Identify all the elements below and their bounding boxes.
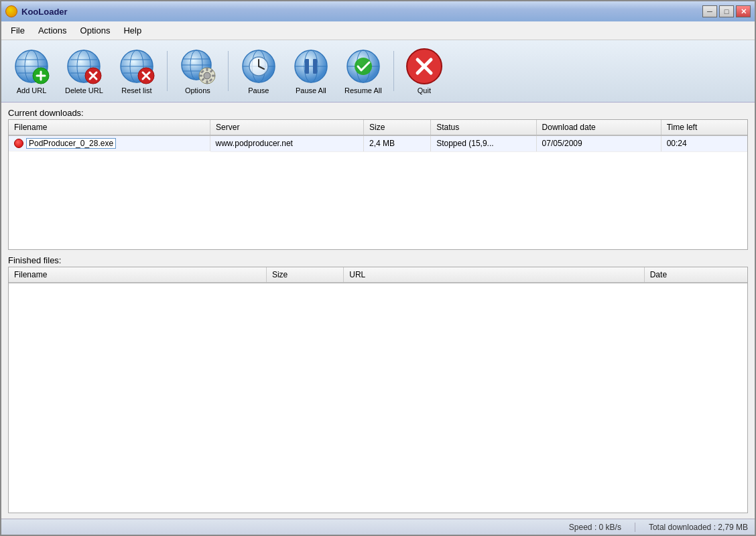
delete-url-label: Delete URL: [65, 86, 103, 94]
menu-file[interactable]: File: [4, 23, 32, 38]
current-downloads-section: Current downloads: Filename Server Size …: [8, 108, 748, 250]
menu-options[interactable]: Options: [74, 23, 117, 38]
options-label: Options: [185, 86, 210, 94]
col-filename: Filename: [9, 120, 210, 135]
resume-all-label: Resume All: [344, 86, 382, 94]
resume-all-button[interactable]: Resume All: [338, 44, 388, 98]
menu-bar: File Actions Options Help: [1, 21, 755, 40]
content-area: Current downloads: Filename Server Size …: [1, 103, 755, 519]
toolbar-sep-3: [393, 51, 394, 91]
finished-files-table: Filename Size URL Date: [9, 267, 747, 283]
svg-rect-34: [212, 75, 215, 77]
svg-rect-49: [313, 59, 317, 74]
reset-list-icon: [118, 48, 155, 85]
quit-label: Quit: [418, 86, 431, 94]
pause-label: Pause: [248, 86, 269, 94]
cell-size: 2,4 MB: [364, 135, 431, 151]
svg-rect-32: [206, 80, 208, 84]
pause-icon: [240, 48, 277, 85]
options-icon: [179, 48, 216, 85]
pause-all-icon: [292, 48, 330, 85]
menu-help[interactable]: Help: [117, 23, 148, 38]
cell-status: Stopped (15,9...: [431, 135, 536, 151]
reset-list-button[interactable]: Reset list: [112, 44, 162, 98]
app-icon: [5, 5, 17, 17]
pause-all-label: Pause All: [296, 86, 326, 94]
cell-download-date: 07/05/2009: [536, 135, 661, 151]
status-stopped-icon: [14, 139, 23, 148]
finished-files-header-row: Filename Size URL Date: [9, 267, 747, 283]
finished-files-section: Finished files: Filename Size URL Date: [8, 255, 748, 513]
col-ff-date: Date: [644, 267, 747, 283]
menu-actions[interactable]: Actions: [32, 23, 74, 38]
resume-all-icon: [344, 48, 382, 85]
svg-rect-48: [305, 59, 309, 74]
filename-text: PodProducer_0_28.exe: [26, 138, 116, 149]
quit-icon: [405, 48, 443, 85]
main-window: KooLoader ─ □ ✕ File Actions Options Hel…: [0, 0, 756, 536]
status-bar: Speed : 0 kB/s Total downloaded : 2,79 M…: [1, 519, 755, 535]
col-ff-size: Size: [266, 267, 343, 283]
svg-rect-33: [199, 75, 202, 77]
title-bar-controls: ─ □ ✕: [702, 5, 751, 17]
speed-status: Speed : 0 kB/s: [569, 523, 621, 532]
pause-all-button[interactable]: Pause All: [286, 44, 336, 98]
toolbar-sep-1: [167, 51, 168, 91]
table-row[interactable]: PodProducer_0_28.exe www.podproducer.net…: [9, 135, 747, 151]
title-bar: KooLoader ─ □ ✕: [1, 1, 755, 21]
col-ff-filename: Filename: [9, 267, 266, 283]
delete-url-icon: [65, 48, 103, 85]
delete-url-button[interactable]: Delete URL: [59, 44, 109, 98]
maximize-button[interactable]: □: [719, 5, 734, 17]
add-url-button[interactable]: Add URL: [7, 44, 56, 98]
col-status: Status: [431, 120, 536, 135]
finished-files-table-container[interactable]: Filename Size URL Date: [8, 267, 748, 513]
toolbar: Add URL Delete UR: [1, 40, 755, 103]
add-url-label: Add URL: [17, 86, 47, 94]
title-bar-left: KooLoader: [5, 5, 68, 17]
cell-server: www.podproducer.net: [210, 135, 364, 151]
col-ff-url: URL: [344, 267, 644, 283]
cell-time-left: 00:24: [661, 135, 747, 151]
col-time-left: Time left: [661, 120, 747, 135]
status-divider: [635, 523, 635, 532]
window-title: KooLoader: [21, 7, 68, 17]
svg-rect-31: [206, 68, 208, 71]
col-size: Size: [364, 120, 431, 135]
pause-button[interactable]: Pause: [234, 44, 284, 98]
current-downloads-label: Current downloads:: [8, 108, 748, 118]
finished-files-label: Finished files:: [8, 255, 748, 265]
options-button[interactable]: Options: [173, 44, 223, 98]
reset-list-label: Reset list: [121, 86, 151, 94]
add-url-icon: [13, 48, 50, 85]
col-download-date: Download date: [536, 120, 661, 135]
current-downloads-table: Filename Server Size Status Download dat…: [9, 120, 747, 152]
close-button[interactable]: ✕: [736, 5, 751, 17]
col-server: Server: [210, 120, 364, 135]
current-downloads-header-row: Filename Server Size Status Download dat…: [9, 120, 747, 135]
current-downloads-table-container[interactable]: Filename Server Size Status Download dat…: [8, 119, 748, 250]
toolbar-sep-2: [228, 51, 229, 91]
minimize-button[interactable]: ─: [702, 5, 717, 17]
cell-filename: PodProducer_0_28.exe: [9, 136, 210, 151]
quit-button[interactable]: Quit: [399, 44, 449, 98]
svg-point-30: [204, 72, 210, 79]
total-downloaded-status: Total downloaded : 2,79 MB: [649, 523, 748, 532]
